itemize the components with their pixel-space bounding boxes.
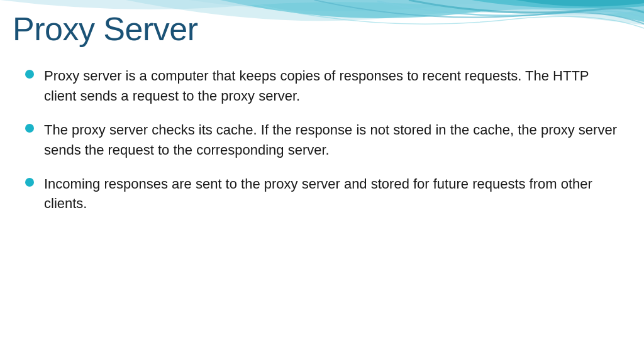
slide: Proxy Server Proxy server is a computer … xyxy=(0,0,644,362)
bullet-text-1: Proxy server is a computer that keeps co… xyxy=(44,66,619,106)
list-item: Incoming responses are sent to the proxy… xyxy=(25,174,619,214)
slide-title: Proxy Server xyxy=(13,11,631,47)
bullet-dot-3 xyxy=(25,178,34,187)
title-area: Proxy Server xyxy=(13,11,631,47)
bullet-list: Proxy server is a computer that keeps co… xyxy=(25,66,619,214)
content-area: Proxy server is a computer that keeps co… xyxy=(25,66,619,228)
bullet-dot-2 xyxy=(25,124,34,133)
bullet-text-2: The proxy server checks its cache. If th… xyxy=(44,120,619,160)
list-item: The proxy server checks its cache. If th… xyxy=(25,120,619,160)
bullet-dot-1 xyxy=(25,70,34,79)
list-item: Proxy server is a computer that keeps co… xyxy=(25,66,619,106)
bullet-text-3: Incoming responses are sent to the proxy… xyxy=(44,174,619,214)
